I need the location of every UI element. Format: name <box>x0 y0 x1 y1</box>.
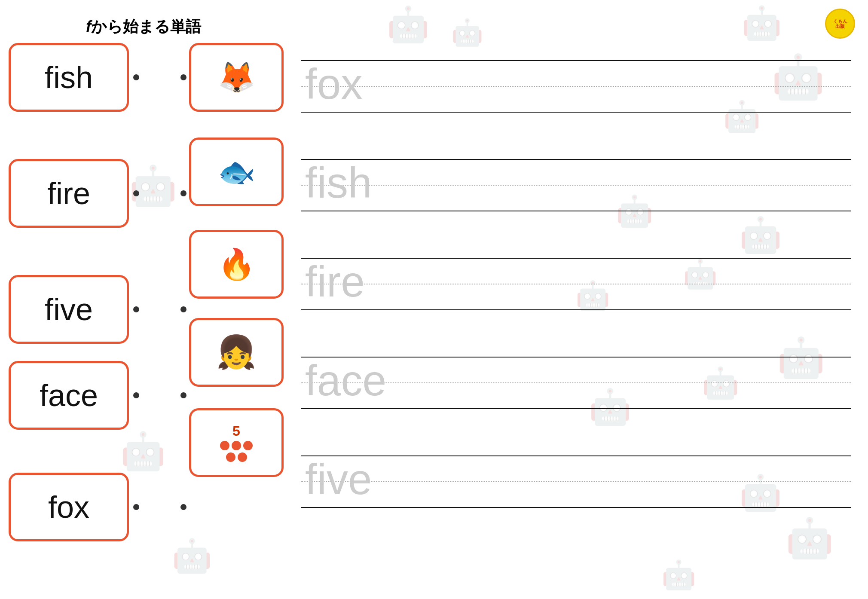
writing-row-fire: fire <box>301 236 851 331</box>
dot-right-fire <box>180 190 186 196</box>
title-suffix: から始まる単語 <box>91 18 201 35</box>
word-label-face: face <box>40 378 98 413</box>
writing-row-fish: fish <box>301 138 851 232</box>
word-label-fire: fire <box>47 176 90 211</box>
writing-row-five: five <box>301 434 851 529</box>
dot-left-face <box>133 392 139 398</box>
word-card-face: face <box>9 361 129 430</box>
dot-left-fire <box>133 190 139 196</box>
five-dot-2 <box>232 441 241 450</box>
face-image: 👧 <box>216 333 257 371</box>
fire-image: 🔥 <box>218 247 255 282</box>
writing-word-fire: fire <box>305 260 365 303</box>
writing-word-face: face <box>305 359 386 402</box>
dot-right-face <box>180 392 186 398</box>
writing-bottom-line-face <box>301 408 851 409</box>
logo-badge: くもん出版 <box>825 9 855 39</box>
word-label-fish: fish <box>45 60 93 95</box>
robot-watermark-17: 🤖 <box>661 559 696 591</box>
writing-bottom-line-fish <box>301 211 851 211</box>
image-card-fish: 🐟 <box>189 138 284 206</box>
writing-row-face: face <box>301 335 851 430</box>
writing-dotted-line-fire <box>301 284 851 284</box>
writing-bottom-line-five <box>301 507 851 508</box>
five-dots <box>219 441 254 462</box>
robot-watermark-6: 🤖 <box>129 163 177 208</box>
image-card-fox: 🦊 <box>189 43 284 112</box>
image-card-five: 5 <box>189 408 284 477</box>
dot-left-fox <box>133 504 139 510</box>
dot-right-fish <box>180 74 186 80</box>
writing-top-line-fire <box>301 258 851 259</box>
word-card-fire: fire <box>9 159 129 228</box>
five-dot-1 <box>220 441 229 450</box>
dot-right-fox <box>180 504 186 510</box>
dot-left-fish <box>133 74 139 80</box>
fox-image: 🦊 <box>218 60 255 95</box>
five-number: 5 <box>232 423 240 439</box>
word-label-five: five <box>45 292 93 327</box>
five-image: 5 <box>219 423 254 462</box>
word-card-five: five <box>9 275 129 344</box>
dot-right-five <box>180 306 186 312</box>
fish-image: 🐟 <box>218 154 255 189</box>
dot-left-five <box>133 306 139 312</box>
writing-top-line-fox <box>301 60 851 61</box>
robot-watermark-16: 🤖 <box>172 537 212 575</box>
writing-dotted-line-five <box>301 481 851 482</box>
robot-watermark-13: 🤖 <box>120 430 166 473</box>
five-dot-4 <box>226 452 235 462</box>
title-f: f <box>86 18 91 35</box>
image-card-fire: 🔥 <box>189 230 284 299</box>
word-label-fox: fox <box>48 489 89 525</box>
writing-word-five: five <box>305 458 372 501</box>
writing-bottom-line-fox <box>301 112 851 113</box>
writing-row-fox: fox <box>301 39 851 133</box>
page-title: fから始まる単語 <box>86 16 201 37</box>
writing-dotted-line-fox <box>301 86 851 87</box>
writing-top-line-five <box>301 455 851 456</box>
writing-top-line-fish <box>301 159 851 160</box>
image-card-face: 👧 <box>189 318 284 387</box>
writing-bottom-line-fire <box>301 309 851 310</box>
five-dot-5 <box>238 452 247 462</box>
word-card-fish: fish <box>9 43 129 112</box>
robot-watermark-3: 🤖 <box>742 4 782 42</box>
writing-section: fox fish fire face five <box>301 39 851 533</box>
five-dot-3 <box>243 441 253 450</box>
writing-word-fish: fish <box>305 161 372 204</box>
writing-word-fox: fox <box>305 62 362 105</box>
writing-dotted-line-fish <box>301 185 851 186</box>
word-card-fox: fox <box>9 473 129 541</box>
